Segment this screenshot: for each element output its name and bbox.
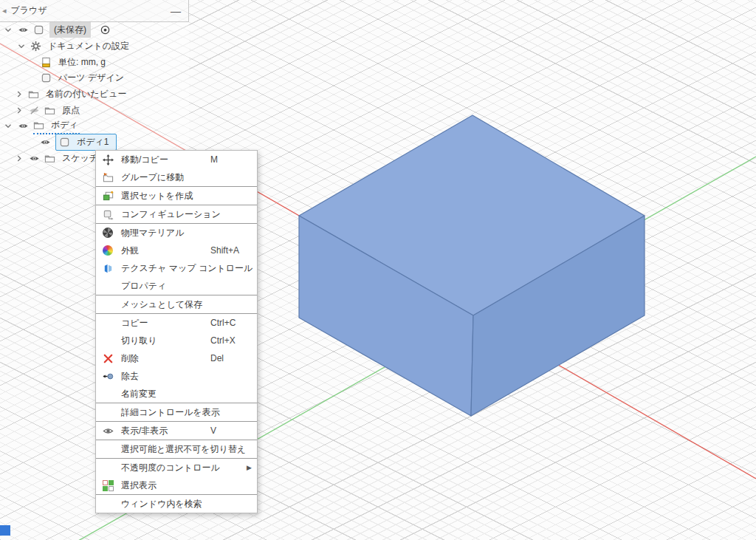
menu-item-18[interactable]: 選択表示: [96, 476, 257, 494]
menu-item-label: コピー: [121, 317, 148, 329]
menu-item-label: 選択可能と選択不可を切り替え: [121, 443, 246, 456]
menu-item-5[interactable]: 外観Shift+A: [96, 242, 257, 259]
tree-item-label: スケッチ: [61, 151, 100, 165]
tree-row-ドキュメントの設定[interactable]: ドキュメントの設定: [0, 38, 189, 55]
tree-row-名前の付いたビュー[interactable]: 名前の付いたビュー: [0, 86, 189, 103]
chevron-right-icon[interactable]: [14, 89, 24, 100]
tree-item-label: ボディ: [49, 118, 80, 132]
menu-item-8[interactable]: メッシュとして保存: [96, 295, 257, 313]
menu-item-11[interactable]: 削除Del: [96, 349, 257, 367]
menu-item-6[interactable]: テクスチャ マップ コントロール: [96, 259, 257, 277]
menu-item-label: 名前変更: [121, 388, 157, 400]
menu-item-shortcut: M: [210, 154, 218, 165]
activate-radio-icon[interactable]: [100, 24, 111, 35]
move-copy-icon: [102, 154, 114, 165]
menu-item-2[interactable]: 選択セットを作成: [96, 187, 257, 205]
tree-item-label: 原点: [61, 103, 81, 117]
context-menu: 移動/コピーMグループに移動選択セットを作成コンフィギュレーション物理マテリアル…: [95, 150, 258, 513]
selected-item-box[interactable]: ボディ1: [55, 134, 117, 151]
menu-item-label: 物理マテリアル: [121, 227, 184, 239]
menu-item-label: 切り取り: [121, 335, 157, 347]
physical-material-icon: [102, 227, 114, 239]
menu-item-17[interactable]: 不透明度のコントロール▶: [96, 459, 257, 476]
menu-item-label: 選択表示: [121, 479, 157, 492]
menu-item-label: メッシュとして保存: [121, 298, 202, 311]
menu-item-1[interactable]: グループに移動: [96, 168, 257, 186]
menu-item-label: ウィンドウ内を検索: [121, 498, 202, 510]
body-icon: [59, 137, 70, 148]
menu-item-label: テクスチャ マップ コントロール: [121, 262, 252, 275]
eye-icon[interactable]: [17, 25, 30, 35]
corner-accent-square: [0, 525, 10, 536]
tree-row-パーツ デザイン[interactable]: パーツ デザイン: [0, 70, 189, 86]
browser-tree: (未保存)ドキュメントの設定単位: mm, gパーツ デザイン名前の付いたビュー…: [0, 22, 189, 166]
panel-minimize-button[interactable]: —: [163, 5, 188, 17]
menu-item-label: コンフィギュレーション: [121, 208, 221, 221]
appearance-icon: [102, 245, 114, 256]
eye-icon[interactable]: [28, 153, 41, 163]
submenu-arrow-icon: ▶: [247, 464, 252, 471]
menu-item-3[interactable]: コンフィギュレーション: [96, 205, 257, 223]
body-icon: [41, 72, 52, 83]
menu-item-shortcut: Del: [210, 353, 224, 363]
unit-document-icon: [41, 57, 52, 68]
tree-item-label: 名前の付いたビュー: [44, 87, 128, 101]
menu-item-label: 不透明度のコントロール: [121, 462, 220, 474]
panel-title: ブラウザ: [11, 4, 163, 17]
menu-item-0[interactable]: 移動/コピーM: [96, 151, 257, 168]
menu-item-label: プロパティ: [121, 280, 166, 293]
tree-item-label: パーツ デザイン: [57, 71, 126, 85]
menu-item-shortcut: Ctrl+C: [210, 318, 236, 328]
selection-display-icon: [102, 479, 114, 491]
menu-item-16[interactable]: 選択可能と選択不可を切り替え: [96, 440, 257, 458]
folder-icon: [44, 153, 55, 164]
delete-icon: [102, 352, 114, 364]
gear-icon: [30, 41, 41, 52]
tree-row-原点[interactable]: 原点: [0, 102, 189, 118]
menu-item-label: 移動/コピー: [121, 154, 168, 166]
eye-icon[interactable]: [39, 137, 52, 148]
eye-hidden-icon[interactable]: [28, 105, 41, 115]
menu-item-10[interactable]: 切り取りCtrl+X: [96, 332, 257, 349]
menu-item-shortcut: V: [210, 425, 216, 436]
drop-target-underline: ボディ: [33, 118, 80, 134]
folder-icon: [33, 120, 44, 131]
chevron-right-icon[interactable]: [14, 105, 24, 115]
menu-item-19[interactable]: ウィンドウ内を検索: [96, 495, 257, 513]
menu-item-4[interactable]: 物理マテリアル: [96, 224, 257, 242]
configuration-icon: [102, 208, 114, 220]
menu-item-label: グループに移動: [121, 171, 184, 184]
create-selection-set-icon: [102, 190, 114, 202]
body1-box[interactable]: [299, 115, 645, 416]
browser-panel: ◂ ブラウザ — (未保存)ドキュメントの設定単位: mm, gパーツ デザイン…: [0, 0, 189, 22]
menu-item-label: 削除: [121, 352, 139, 365]
tree-row-ボディ[interactable]: ボディ: [0, 118, 189, 134]
menu-item-9[interactable]: コピーCtrl+C: [96, 314, 257, 332]
menu-item-shortcut: Ctrl+X: [210, 335, 236, 346]
menu-item-13[interactable]: 名前変更: [96, 385, 257, 403]
menu-item-label: 外観: [121, 245, 139, 257]
tree-row-(未保存)[interactable]: (未保存): [0, 22, 189, 38]
tree-row-ボディ1[interactable]: ボディ1: [0, 134, 189, 151]
menu-item-14[interactable]: 詳細コントロールを表示: [96, 403, 257, 421]
body-icon: [33, 24, 44, 35]
menu-item-7[interactable]: プロパティ: [96, 277, 257, 295]
show-hide-icon: [102, 425, 114, 437]
eye-icon[interactable]: [17, 121, 30, 131]
chevron-down-icon[interactable]: [3, 121, 13, 131]
folder-icon: [44, 105, 55, 116]
chevron-down-icon[interactable]: [16, 41, 27, 52]
menu-item-label: 選択セットを作成: [121, 190, 193, 202]
tree-item-label: ドキュメントの設定: [47, 39, 131, 53]
menu-item-label: 除去: [121, 370, 139, 383]
chevron-down-icon[interactable]: [3, 25, 13, 35]
texture-map-icon: [102, 262, 114, 274]
tree-row-単位: mm, g[interactable]: 単位: mm, g: [0, 54, 189, 70]
tree-item-label: ボディ1: [75, 135, 111, 149]
menu-item-12[interactable]: 除去: [96, 367, 257, 385]
panel-collapse-icon[interactable]: ◂: [0, 6, 11, 16]
menu-item-15[interactable]: 表示/非表示V: [96, 422, 257, 440]
menu-item-shortcut: Shift+A: [210, 245, 239, 256]
chevron-right-icon[interactable]: [14, 153, 24, 163]
move-to-group-icon: [102, 171, 114, 183]
